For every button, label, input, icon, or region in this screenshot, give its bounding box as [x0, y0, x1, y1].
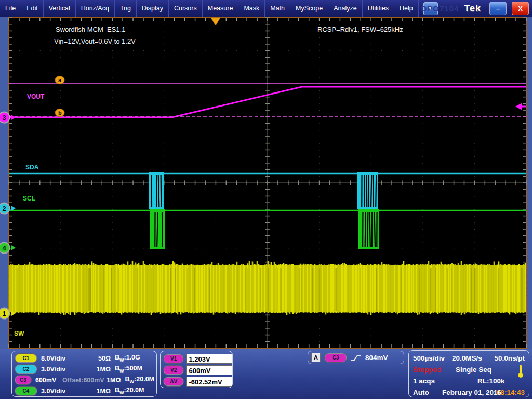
svg-text:a: a: [58, 77, 62, 83]
cursor-b-tag[interactable]: b: [55, 109, 64, 117]
channel-pill-c3[interactable]: C3: [15, 376, 31, 384]
menu-item-trig[interactable]: Trig: [115, 0, 137, 17]
svg-text:b: b: [58, 110, 62, 116]
trace-label-scl: SCL: [23, 195, 35, 202]
scope-frame: 3241 Swordfish MCM_ES1.1 Vin=12V,Vout=0.…: [0, 17, 532, 349]
channel-impedance: 50Ω: [88, 355, 111, 362]
menu-item-math[interactable]: Math: [265, 0, 290, 17]
channel-scale[interactable]: 3.0V/div: [41, 388, 78, 395]
channel-marker-3[interactable]: 3: [0, 112, 16, 123]
menu-item-utilities[interactable]: Utilities: [363, 0, 394, 17]
trigger-source-pill[interactable]: C3: [325, 353, 347, 362]
cursor-readout-row: V11.203V: [164, 353, 232, 364]
cursor-readout-row: V2600mV: [164, 364, 232, 376]
channel-row-c3: C3600mVOffset:600mV1MΩBW:20.0M: [15, 375, 154, 385]
menu-item-help[interactable]: Help: [394, 0, 419, 17]
date-value: February 01, 2016: [442, 389, 501, 396]
readout-panel: C18.0V/div50ΩBW:1.0GC23.0V/div1MΩBW:500M…: [0, 349, 532, 399]
trigger-level-value: 804mV: [365, 354, 388, 362]
cursor-pill-v1[interactable]: V1: [164, 354, 183, 363]
channel-readout-box: C18.0V/div50ΩBW:1.0GC23.0V/div1MΩBW:500M…: [11, 351, 157, 397]
channel-bandwidth: BW:1.0G: [115, 354, 154, 363]
menu-item-measure[interactable]: Measure: [203, 0, 239, 17]
resolution-value: 50.0ns/pt: [494, 354, 525, 362]
annotation-line1: Swordfish MCM_ES1.1: [56, 25, 125, 33]
minimize-icon: –: [496, 5, 500, 12]
timebase-value: 500µs/div: [413, 354, 445, 362]
menu-item-edit[interactable]: Edit: [21, 0, 44, 17]
waveform-display[interactable]: 3241 Swordfish MCM_ES1.1 Vin=12V,Vout=0.…: [8, 17, 527, 349]
minimize-button[interactable]: –: [489, 2, 507, 15]
cursor-value[interactable]: 600mV: [186, 365, 232, 375]
menu-item-display[interactable]: Display: [137, 0, 169, 17]
menu-item-horiz-acq[interactable]: Horiz/Acq: [76, 0, 115, 17]
cursor-pill-δv[interactable]: ΔV: [164, 377, 183, 386]
svg-text:4: 4: [2, 244, 6, 252]
channel-pill-c2[interactable]: C2: [15, 365, 37, 374]
channel-pill-c1[interactable]: C1: [15, 354, 37, 363]
model-label: DPO7104: [421, 4, 459, 13]
channel-impedance: 1MΩ: [88, 388, 111, 395]
channel-scale[interactable]: 8.0V/div: [41, 355, 78, 362]
close-icon: X: [518, 5, 523, 12]
channel-bandwidth: BW:500M: [115, 365, 154, 374]
channel-scale[interactable]: 600mV: [35, 377, 62, 384]
channel-row-c4: C43.0V/div1MΩBW:20.0M: [15, 385, 154, 396]
cursor-value[interactable]: -602.52mV: [186, 377, 232, 387]
menu-item-cursors[interactable]: Cursors: [169, 0, 203, 17]
channel-bandwidth: BW:20.0M: [115, 387, 154, 395]
channel-impedance: 1MΩ: [104, 377, 121, 384]
channel-bandwidth: BW:20.0M: [125, 376, 154, 384]
close-button[interactable]: X: [512, 2, 529, 15]
svg-text:3: 3: [2, 114, 6, 122]
trigger-readout-box: A C3 804mV: [308, 351, 404, 364]
record-length: RL:100k: [477, 377, 505, 385]
menu-item-analyze[interactable]: Analyze: [328, 0, 362, 17]
menu-bar: FileEditVerticalHoriz/AcqTrigDisplayCurs…: [0, 0, 419, 17]
acquisition-mode: Single Seq: [456, 366, 491, 374]
menu-item-vertical[interactable]: Vertical: [44, 0, 76, 17]
menu-item-myscope[interactable]: MyScope: [290, 0, 328, 17]
tek-logo: Tek: [464, 3, 481, 14]
annotation-line2: Vin=12V,Vout=0.6V to 1.2V: [54, 37, 136, 45]
cursor-a-tag[interactable]: a: [55, 76, 64, 84]
channel-row-c2: C23.0V/div1MΩBW:500M: [15, 364, 154, 375]
menu-item-mask[interactable]: Mask: [238, 0, 265, 17]
cursor-value[interactable]: 1.203V: [186, 354, 232, 364]
trace-label-vout: VOUT: [27, 93, 45, 100]
channel-offset: Offset:600mV: [62, 377, 104, 384]
sample-rate-value: 20.0MS/s: [452, 354, 482, 362]
cursor-pill-v2[interactable]: V2: [164, 366, 183, 375]
rising-edge-icon: [351, 354, 361, 362]
acquisition-state: Stopped: [413, 366, 441, 374]
trigger-mode: Auto: [413, 389, 429, 396]
cursor-readout-box: V11.203VV2600mVΔV-602.52mV: [160, 351, 233, 388]
menu-item-file[interactable]: File: [0, 0, 21, 17]
channel-impedance: 1MΩ: [88, 366, 111, 373]
svg-text:1: 1: [2, 310, 6, 317]
channel-scale[interactable]: 3.0V/div: [41, 366, 78, 373]
channel-marker-2[interactable]: 2: [0, 203, 16, 214]
trace-label-sw: SW: [14, 330, 24, 337]
titlebar: FileEditVerticalHoriz/AcqTrigDisplayCurs…: [0, 0, 532, 17]
acquisition-count: 1 acqs: [413, 377, 435, 385]
channel-marker-4[interactable]: 4: [0, 243, 16, 254]
annotation-right: RCSP=Rdiv1, FSW=625kHz: [317, 25, 403, 33]
channel-row-c1: C18.0V/div50ΩBW:1.0G: [15, 353, 154, 364]
svg-text:2: 2: [2, 205, 6, 212]
trigger-a-badge: A: [311, 353, 321, 362]
channel-pill-c4[interactable]: C4: [15, 387, 37, 395]
acquisition-status-box: 500µs/div 20.0MS/s 50.0ns/pt Stopped Sin…: [408, 350, 529, 397]
trace-label-sda: SDA: [25, 164, 39, 171]
cursor-readout-row: ΔV-602.52mV: [164, 376, 232, 387]
